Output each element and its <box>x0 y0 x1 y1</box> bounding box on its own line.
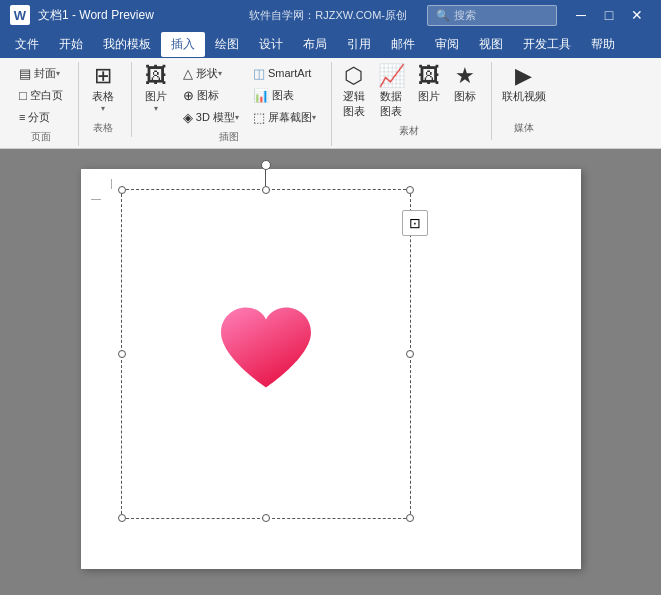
screenshot-button[interactable]: ⬚ 屏幕截图 ▾ <box>246 106 323 128</box>
close-button[interactable]: ✕ <box>623 0 651 30</box>
smartart-icon: ◫ <box>253 67 265 80</box>
maximize-button[interactable]: □ <box>595 0 623 30</box>
online-video-label: 联机视频 <box>502 89 546 104</box>
document-page: ⊡ <box>81 169 581 569</box>
chart-button[interactable]: 📊 图表 <box>246 84 323 106</box>
ribbon: ▤ 封面 ▾ □ 空白页 ≡ 分页 页面 ⊞ 表格 ▾ <box>0 58 661 149</box>
rotate-handle[interactable] <box>261 160 271 186</box>
smartart-button[interactable]: ◫ SmartArt <box>246 62 323 84</box>
handle-bottom-left[interactable] <box>118 514 126 522</box>
handle-bottom-center[interactable] <box>262 514 270 522</box>
cover-button[interactable]: ▤ 封面 ▾ <box>12 62 70 84</box>
logic-chart-button[interactable]: ⬡ 逻辑图表 <box>336 62 372 122</box>
smartart-label: SmartArt <box>268 67 311 79</box>
menu-home[interactable]: 开始 <box>49 32 93 57</box>
watermark-text: 软件自学网：RJZXW.COM-原创 <box>249 8 407 23</box>
screenshot-icon: ⬚ <box>253 111 265 124</box>
picture-button[interactable]: 🖼 图片 ▾ <box>136 62 176 116</box>
ribbon-group-illustrations: 🖼 图片 ▾ △ 形状 ▾ ⊕ 图标 ◈ 3D 模型 ▾ <box>132 62 332 146</box>
handle-mid-right[interactable] <box>406 350 414 358</box>
logic-chart-icon: ⬡ <box>344 65 363 87</box>
3dmodel-dropdown: ▾ <box>235 113 239 122</box>
shape-icon: △ <box>183 67 193 80</box>
screenshot-label: 屏幕截图 <box>268 110 312 125</box>
data-chart-button[interactable]: 📈 数据图表 <box>372 62 411 122</box>
menu-view[interactable]: 视图 <box>469 32 513 57</box>
ruler-mark-v <box>111 179 112 189</box>
page-break-button[interactable]: ≡ 分页 <box>12 106 70 128</box>
logic-chart-label: 逻辑图表 <box>343 89 365 119</box>
icon-button[interactable]: ⊕ 图标 <box>176 84 246 106</box>
cover-label: 封面 <box>34 66 56 81</box>
window-controls: ─ □ ✕ <box>567 0 651 30</box>
menu-references[interactable]: 引用 <box>337 32 381 57</box>
material-picture-button[interactable]: 🖼 图片 <box>411 62 447 107</box>
material-icon-label: 图标 <box>454 89 476 104</box>
menu-design[interactable]: 设计 <box>249 32 293 57</box>
rotate-circle[interactable] <box>261 160 271 170</box>
3dmodel-button[interactable]: ◈ 3D 模型 ▾ <box>176 106 246 128</box>
layout-tool-button[interactable]: ⊡ <box>402 210 428 236</box>
search-icon: 🔍 <box>436 9 450 22</box>
menu-insert[interactable]: 插入 <box>161 32 205 57</box>
menu-draw[interactable]: 绘图 <box>205 32 249 57</box>
shape-label: 形状 <box>196 66 218 81</box>
handle-top-center[interactable] <box>262 186 270 194</box>
rotate-line <box>265 170 266 186</box>
chart-icon: 📊 <box>253 89 269 102</box>
search-box[interactable]: 🔍 搜索 <box>427 5 557 26</box>
cover-icon: ▤ <box>19 67 31 80</box>
screenshot-dropdown: ▾ <box>312 113 316 122</box>
table-label: 表格 <box>92 89 114 104</box>
menu-file[interactable]: 文件 <box>5 32 49 57</box>
online-video-icon: ▶ <box>515 65 532 87</box>
menu-bar: 文件 开始 我的模板 插入 绘图 设计 布局 引用 邮件 审阅 视图 开发工具 … <box>0 30 661 58</box>
media-group-label: 媒体 <box>496 119 552 135</box>
ribbon-group-media: ▶ 联机视频 媒体 <box>492 62 560 137</box>
page-break-label: 分页 <box>28 110 50 125</box>
handle-top-right[interactable] <box>406 186 414 194</box>
table-dropdown: ▾ <box>101 104 105 113</box>
picture-label: 图片 <box>145 89 167 104</box>
handle-bottom-right[interactable] <box>406 514 414 522</box>
icon-label: 图标 <box>197 88 219 103</box>
menu-help[interactable]: 帮助 <box>581 32 625 57</box>
app-logo: W <box>10 5 30 25</box>
menu-mailings[interactable]: 邮件 <box>381 32 425 57</box>
selection-box[interactable]: ⊡ <box>121 189 411 519</box>
table-group-label: 表格 <box>83 119 123 135</box>
ribbon-group-table: ⊞ 表格 ▾ 表格 <box>79 62 132 137</box>
table-icon: ⊞ <box>94 65 112 87</box>
heart-shape-container <box>211 303 321 406</box>
shape-button[interactable]: △ 形状 ▾ <box>176 62 246 84</box>
chart-label: 图表 <box>272 88 294 103</box>
blank-page-icon: □ <box>19 89 27 102</box>
table-button[interactable]: ⊞ 表格 ▾ <box>83 62 123 116</box>
menu-template[interactable]: 我的模板 <box>93 32 161 57</box>
page-area: ⊡ <box>0 149 661 595</box>
data-chart-label: 数据图表 <box>380 89 402 119</box>
page-break-icon: ≡ <box>19 112 25 123</box>
material-picture-label: 图片 <box>418 89 440 104</box>
material-group-label: 素材 <box>336 122 483 138</box>
illustrations-group-label: 插图 <box>136 128 323 144</box>
material-icon-icon: ★ <box>455 65 475 87</box>
ribbon-group-material: ⬡ 逻辑图表 📈 数据图表 🖼 图片 ★ 图标 素材 <box>332 62 492 140</box>
handle-mid-left[interactable] <box>118 350 126 358</box>
blank-page-label: 空白页 <box>30 88 63 103</box>
menu-layout[interactable]: 布局 <box>293 32 337 57</box>
menu-developer[interactable]: 开发工具 <box>513 32 581 57</box>
blank-page-button[interactable]: □ 空白页 <box>12 84 70 106</box>
material-picture-icon: 🖼 <box>418 65 440 87</box>
cover-dropdown: ▾ <box>56 69 60 78</box>
handle-top-left[interactable] <box>118 186 126 194</box>
search-placeholder: 搜索 <box>454 8 476 23</box>
ribbon-group-page: ▤ 封面 ▾ □ 空白页 ≡ 分页 页面 <box>8 62 79 146</box>
shape-dropdown: ▾ <box>218 69 222 78</box>
minimize-button[interactable]: ─ <box>567 0 595 30</box>
data-chart-icon: 📈 <box>378 65 405 87</box>
menu-review[interactable]: 审阅 <box>425 32 469 57</box>
window-title: 文档1 - Word Preview <box>38 7 249 24</box>
material-icon-button[interactable]: ★ 图标 <box>447 62 483 107</box>
online-video-button[interactable]: ▶ 联机视频 <box>496 62 552 107</box>
